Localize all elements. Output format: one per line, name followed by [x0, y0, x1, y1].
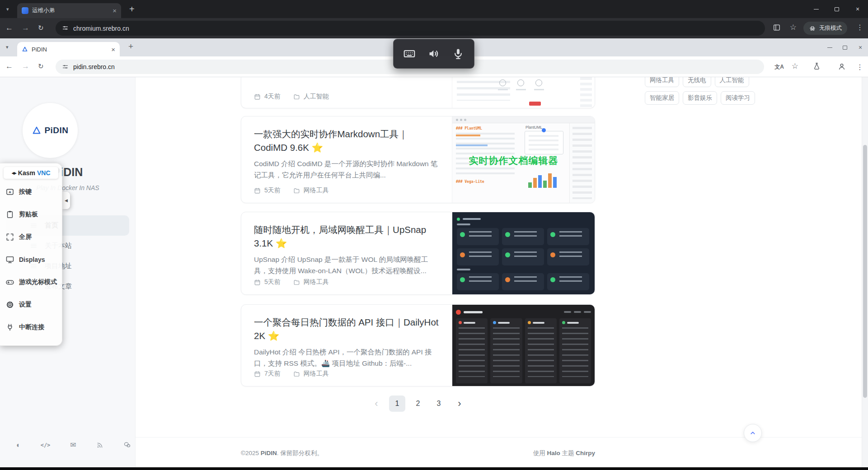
- post-category[interactable]: 网络工具: [293, 278, 329, 286]
- scroll-to-top-button[interactable]: [744, 424, 762, 442]
- outer-reload-icon[interactable]: ↻: [38, 23, 44, 33]
- outer-forward-icon[interactable]: →: [22, 23, 29, 33]
- screen: ▾ 运维小弟 × + × ← → ↻ chromium.srebro.cn ☆ …: [0, 0, 868, 470]
- calendar-icon: [254, 371, 261, 377]
- inner-tab-close-icon[interactable]: ×: [111, 46, 115, 53]
- thumb-decoration: [456, 133, 515, 174]
- outer-browser-tab[interactable]: 运维小弟 ×: [17, 3, 121, 18]
- thumb-decoration: [499, 79, 506, 86]
- outer-address-bar[interactable]: chromium.srebro.cn: [56, 21, 765, 36]
- outer-tab-favicon-icon: [22, 7, 28, 14]
- profile-icon[interactable]: [837, 62, 846, 71]
- thumb-code-header: ### PlantUML: [456, 126, 482, 130]
- outer-bookmark-star-icon[interactable]: ☆: [790, 23, 797, 32]
- vnc-displays-button[interactable]: Displays: [0, 248, 62, 271]
- vnc-keys-button[interactable]: A 按键: [0, 181, 62, 203]
- outer-back-icon[interactable]: ←: [5, 23, 13, 33]
- vnc-volume-icon[interactable]: [427, 47, 441, 60]
- inner-minimize-button[interactable]: [822, 38, 837, 56]
- pagination: ‹ 1 2 3 ›: [241, 396, 595, 412]
- post-title[interactable]: 一款强大的实时协作Markdown工具｜CodiMD 9.6K ⭐: [254, 127, 439, 154]
- inner-maximize-button[interactable]: [837, 38, 853, 56]
- tag-network-tools[interactable]: 网络工具: [645, 77, 679, 87]
- inner-menu-icon[interactable]: ⋮: [856, 63, 863, 71]
- outer-browser-toolbar: ← → ↻ chromium.srebro.cn ☆ 无痕模式 ⋮: [0, 18, 868, 38]
- vnc-keyboard-icon[interactable]: [403, 47, 416, 60]
- page-content: PiDIN PiDIN Play In Docker In NAS 首页 关于本…: [0, 77, 868, 467]
- scrollbar-thumb[interactable]: [863, 145, 867, 398]
- outer-tab-close-icon[interactable]: ×: [113, 7, 117, 14]
- tag-reading[interactable]: 阅读学习: [721, 91, 755, 105]
- svg-text:A: A: [9, 190, 11, 194]
- mail-icon[interactable]: ✉: [70, 442, 76, 449]
- outer-site-settings-icon[interactable]: [62, 25, 69, 32]
- thumb-decoration: [456, 318, 591, 383]
- post-thumbnail: [452, 77, 595, 108]
- monitor-icon: [5, 255, 14, 264]
- folder-icon: [293, 371, 300, 377]
- page-button-2[interactable]: 2: [410, 396, 426, 412]
- vnc-game-cursor-button[interactable]: 游戏光标模式: [0, 271, 62, 293]
- inner-back-icon[interactable]: ←: [5, 61, 13, 71]
- vnc-fullscreen-button[interactable]: 全屏: [0, 226, 62, 248]
- post-card-codimd[interactable]: 一款强大的实时协作Markdown工具｜CodiMD 9.6K ⭐ CodiMD…: [241, 116, 595, 203]
- inner-reload-icon[interactable]: ↻: [38, 61, 44, 71]
- outer-new-tab-button[interactable]: +: [129, 3, 135, 15]
- outer-menu-icon[interactable]: ⋮: [856, 23, 863, 32]
- post-excerpt: DailyHot 介绍 今日热榜 API，一个聚合热门数据的 API 接口，支持…: [254, 347, 439, 369]
- post-excerpt: UpSnap 介绍 UpSnap 是一款基于 WOL 的局域网唤醒工具，支持使用…: [254, 254, 439, 277]
- outer-side-panel-icon[interactable]: [772, 23, 781, 32]
- post-date: 7天前: [254, 370, 281, 378]
- wechat-icon[interactable]: [123, 441, 131, 449]
- footer-halo-link[interactable]: Halo: [547, 450, 560, 456]
- outer-minimize-button[interactable]: [806, 0, 826, 18]
- post-card-partial[interactable]: 4天前 人工智能: [241, 77, 595, 108]
- calendar-icon: [254, 279, 261, 286]
- footer-chirpy-link[interactable]: Chirpy: [576, 450, 595, 456]
- theme-toggle-icon[interactable]: ◐: [16, 442, 21, 449]
- outer-maximize-button[interactable]: [826, 0, 847, 18]
- folder-icon: [293, 93, 300, 100]
- thumb-decoration: [457, 223, 470, 225]
- kasm-logo-icon: ◀▶: [11, 171, 16, 175]
- post-category[interactable]: 网络工具: [293, 186, 329, 195]
- inner-close-button[interactable]: ×: [853, 38, 868, 56]
- outer-url-text: chromium.srebro.cn: [73, 25, 129, 32]
- post-category[interactable]: 人工智能: [293, 93, 329, 101]
- next-page-icon[interactable]: ›: [451, 396, 468, 412]
- vnc-settings-button[interactable]: 设置: [0, 293, 62, 316]
- site-avatar[interactable]: PiDIN: [23, 103, 78, 158]
- kasmvnc-panel-collapse-handle[interactable]: ◀: [62, 192, 70, 209]
- page-button-3[interactable]: 3: [431, 396, 447, 412]
- page-scrollbar[interactable]: [862, 77, 868, 467]
- tag-media[interactable]: 影音娱乐: [683, 91, 717, 105]
- vnc-clipboard-button[interactable]: 剪贴板: [0, 203, 62, 226]
- experiments-flask-icon[interactable]: [812, 62, 821, 70]
- inner-bookmark-star-icon[interactable]: ☆: [792, 61, 798, 71]
- page-button-1[interactable]: 1: [389, 396, 405, 412]
- tag-ai[interactable]: 人工智能: [715, 77, 749, 87]
- outer-close-button[interactable]: ×: [847, 0, 868, 18]
- tag-smart-home[interactable]: 智能家居: [645, 91, 679, 105]
- outer-tab-search-icon[interactable]: ▾: [6, 6, 9, 12]
- post-title[interactable]: 随时随地开机，局域网唤醒工具｜UpSnap 3.1K ⭐: [254, 223, 439, 250]
- prev-page-icon[interactable]: ‹: [368, 396, 385, 412]
- tag-radio[interactable]: 无线电: [683, 77, 711, 87]
- inner-new-tab-button[interactable]: +: [128, 42, 133, 51]
- inner-tab-search-icon[interactable]: ▾: [6, 44, 9, 50]
- thumb-decoration: [498, 89, 508, 90]
- post-card-dailyhot[interactable]: 一个聚合每日热门数据的 API 接口｜DailyHot 2K ⭐ DailyHo…: [241, 304, 595, 386]
- vnc-disconnect-button[interactable]: 中断连接: [0, 316, 62, 339]
- code-icon[interactable]: </>: [41, 442, 51, 448]
- vnc-microphone-icon[interactable]: [451, 47, 465, 60]
- inner-forward-icon[interactable]: →: [22, 61, 29, 71]
- translate-icon[interactable]: 文A: [774, 63, 784, 71]
- post-category[interactable]: 网络工具: [293, 370, 329, 378]
- inner-tab-favicon-icon: [22, 46, 28, 52]
- rss-icon[interactable]: [96, 442, 103, 449]
- inner-browser-tab[interactable]: PiDIN ×: [17, 42, 120, 56]
- post-card-upsnap[interactable]: 随时随地开机，局域网唤醒工具｜UpSnap 3.1K ⭐ UpSnap 介绍 U…: [241, 212, 595, 295]
- post-title[interactable]: 一个聚合每日热门数据的 API 接口｜DailyHot 2K ⭐: [254, 316, 439, 342]
- incognito-badge: 无痕模式: [803, 22, 847, 35]
- inner-site-settings-icon[interactable]: [62, 64, 69, 70]
